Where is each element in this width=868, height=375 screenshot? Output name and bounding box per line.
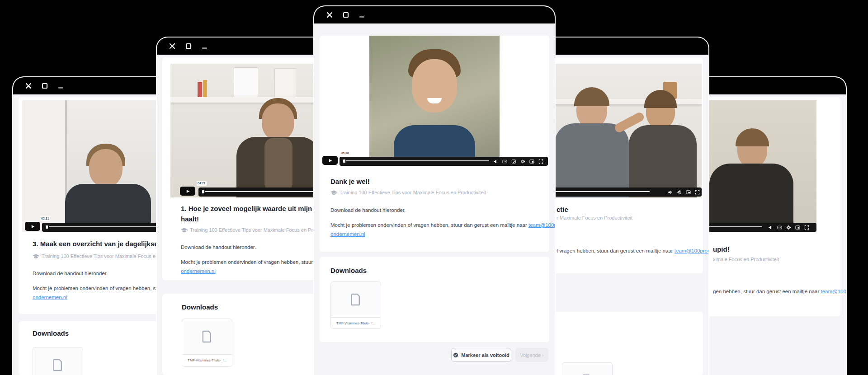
email-link[interactable]: ondernemen.nl	[33, 295, 67, 300]
lesson-card: 05:38 Dank je wel! Training 100 Effectie…	[320, 36, 549, 252]
person-head	[412, 59, 457, 112]
mark-complete-label: Markeer als voltooid	[461, 352, 509, 358]
captions-icon[interactable]	[502, 159, 507, 164]
volume-icon[interactable]	[768, 225, 773, 230]
person-head	[89, 149, 123, 187]
fullscreen-icon[interactable]	[804, 225, 809, 230]
download-file-tile[interactable]: TMF-Vitamines-Titels-_I...	[330, 281, 381, 329]
poster-frame	[234, 67, 258, 97]
check-circle-icon	[453, 352, 458, 358]
next-button[interactable]: Volgende ›	[515, 348, 548, 362]
email-link[interactable]: ondernemen.nl	[330, 231, 365, 237]
email-link[interactable]: team@100procent	[528, 222, 555, 228]
file-name: TMF-Vitamines-Titels-_I...	[331, 317, 381, 329]
document-icon	[33, 347, 83, 375]
play-button[interactable]	[25, 222, 40, 231]
lesson-title: Dank je wel!	[330, 178, 370, 185]
pip-icon[interactable]	[529, 159, 534, 164]
graduation-cap-icon	[330, 190, 337, 195]
volume-icon[interactable]	[668, 190, 673, 195]
video-time: 04:21	[197, 181, 207, 186]
email-link-line2: ondernemen.nl	[181, 268, 216, 274]
lesson-paragraph-fragment: gen hebben, stuur dan gerust een mailtje…	[713, 289, 846, 294]
play-icon	[328, 159, 332, 163]
downloads-card: Downloads TMF-Vitamines-Titels-_I...	[320, 257, 549, 342]
volume-icon[interactable]	[493, 159, 498, 164]
lesson-title: 3. Maak een overzicht van je dagelijkse …	[33, 240, 164, 248]
lesson-paragraph-2: Mocht je problemen ondervinden of vragen…	[330, 222, 555, 228]
captions-icon[interactable]	[777, 225, 782, 230]
downloads-title: Downloads	[330, 267, 367, 274]
document-icon	[331, 282, 381, 317]
book-spines	[198, 82, 202, 97]
document-icon	[562, 363, 612, 375]
settings-icon[interactable]	[677, 190, 682, 195]
download-file-tile[interactable]	[33, 347, 83, 375]
email-link[interactable]: team@100procent	[675, 248, 708, 253]
paragraph-text: gen hebben, stuur dan gerust een mailtje…	[713, 289, 819, 294]
file-name: TMF-Vitamines-Titels-_I...	[182, 354, 232, 366]
progress-knob[interactable]	[343, 159, 345, 163]
video-thumbnail[interactable]	[369, 36, 500, 161]
lesson-paragraph-1: Download de handout hieronder.	[33, 271, 108, 276]
person-torso	[555, 123, 629, 197]
progress-knob[interactable]	[202, 190, 204, 193]
email-link[interactable]: ondernemen.nl	[181, 268, 216, 274]
fullscreen-icon[interactable]	[538, 159, 543, 164]
lesson-subtitle-text: r Maximale Focus en Productiviteit	[557, 215, 632, 220]
settings-icon[interactable]	[520, 159, 525, 164]
pip-icon[interactable]	[686, 190, 691, 195]
scarf	[264, 138, 292, 192]
paragraph-text: Mocht je problemen ondervinden of vragen…	[330, 222, 527, 228]
download-file-tile[interactable]: TMF-Vitamines-Titels-_I...	[182, 319, 232, 367]
email-link-line2: ondernemen.nl	[330, 231, 365, 237]
minimize-icon[interactable]	[359, 11, 366, 19]
pip-icon[interactable]	[795, 225, 800, 230]
minimize-icon[interactable]	[201, 42, 208, 50]
window-lesson-thanks: 05:38 Dank je wel! Training 100 Effectie…	[314, 6, 555, 375]
next-label: Volgende ›	[520, 352, 544, 358]
downloads-title: Downloads	[182, 303, 218, 311]
video-controls	[668, 190, 700, 195]
video-controls	[768, 225, 809, 230]
graduation-cap-icon	[181, 228, 188, 233]
person-torso	[394, 125, 475, 161]
window-pane	[22, 100, 67, 232]
play-button[interactable]	[322, 156, 338, 165]
downloads-title: Downloads	[33, 329, 69, 337]
transcript-icon[interactable]	[511, 159, 516, 164]
graduation-cap-icon	[33, 254, 39, 259]
close-icon[interactable]	[169, 42, 176, 50]
paragraph-text: f vragen hebben, stuur dan gerust een ma…	[557, 248, 673, 253]
lesson-subtitle-text: ximale Focus en Productiviteit	[713, 257, 779, 262]
maximize-icon[interactable]	[41, 82, 48, 89]
email-link-line2: ondernemen.nl	[33, 295, 67, 300]
titlebar	[314, 6, 555, 23]
lesson-title-line2: haalt!	[181, 215, 199, 223]
maximize-icon[interactable]	[185, 42, 192, 50]
lesson-subtitle: Training 100 Effectieve Tips voor Maxima…	[181, 227, 336, 233]
settings-icon[interactable]	[786, 225, 791, 230]
video-time: 05:38	[340, 151, 350, 155]
email-link[interactable]: team@100procent	[821, 289, 846, 294]
lesson-subtitle-fragment: r Maximale Focus en Productiviteit	[557, 215, 632, 220]
person-head	[262, 103, 294, 141]
close-icon[interactable]	[25, 82, 32, 89]
mark-complete-button[interactable]: Markeer als voltooid	[451, 348, 511, 362]
lesson-subtitle-text: Training 100 Effectieve Tips voor Maxima…	[340, 190, 486, 195]
video-controls	[493, 159, 543, 164]
download-file-tile[interactable]	[562, 362, 613, 375]
lesson-title-fragment: upid!	[713, 245, 730, 253]
close-icon[interactable]	[326, 11, 333, 19]
lesson-paragraph-1: Download de handout hieronder.	[330, 207, 406, 213]
poster-frame	[274, 68, 296, 97]
minimize-icon[interactable]	[57, 82, 65, 89]
person-torso	[629, 125, 697, 197]
fullscreen-icon[interactable]	[695, 190, 700, 195]
progress-knob[interactable]	[46, 225, 48, 229]
progress-line	[346, 160, 489, 161]
maximize-icon[interactable]	[342, 11, 349, 19]
lesson-subtitle-fragment: ximale Focus en Productiviteit	[713, 257, 779, 262]
play-button[interactable]	[180, 187, 195, 196]
lesson-subtitle: Training 100 Effectieve Tips voor Maxima…	[330, 190, 486, 195]
